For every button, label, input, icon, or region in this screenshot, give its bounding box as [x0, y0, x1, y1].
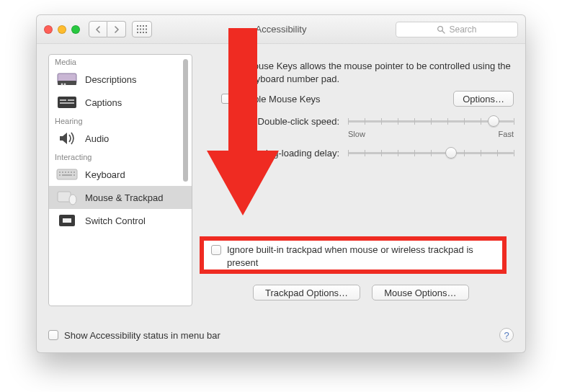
- sidebar-item-label: Switch Control: [85, 215, 146, 226]
- svg-rect-30: [62, 174, 72, 176]
- double-click-speed-slider[interactable]: [348, 114, 514, 128]
- svg-point-33: [69, 195, 76, 205]
- minimize-window-button[interactable]: [58, 25, 66, 34]
- sidebar-item-label: Captions: [85, 97, 122, 108]
- switch-control-icon: [56, 213, 78, 228]
- grid-icon: [137, 25, 147, 33]
- sidebar-scrollbar[interactable]: [180, 56, 190, 304]
- footer: Show Accessibility status in menu bar ?: [48, 328, 514, 342]
- show-status-menubar-checkbox[interactable]: [48, 330, 58, 340]
- svg-rect-8: [137, 32, 138, 33]
- svg-rect-21: [60, 102, 74, 104]
- mouse-keys-description: Mouse Keys allows the mouse pointer to b…: [246, 60, 514, 85]
- svg-rect-27: [71, 172, 72, 173]
- slider-max-label: Fast: [499, 130, 514, 138]
- sidebar: Media Descriptions Captions Hearing: [48, 54, 192, 306]
- titlebar: Accessibility Search: [37, 15, 525, 44]
- trackpad-options-button[interactable]: Trackpad Options…: [253, 285, 360, 300]
- sidebar-item-label: Keyboard: [85, 169, 125, 180]
- ignore-trackpad-checkbox[interactable]: [211, 245, 221, 255]
- svg-rect-35: [63, 218, 71, 223]
- nav-group: [89, 21, 126, 37]
- captions-icon: [56, 94, 78, 110]
- svg-rect-24: [62, 172, 63, 173]
- mouse-keys-options-button[interactable]: Options…: [453, 91, 514, 107]
- svg-point-16: [61, 84, 63, 86]
- zoom-window-button[interactable]: [71, 25, 80, 34]
- svg-rect-0: [137, 25, 138, 27]
- show-status-menubar-label: Show Accessibility status in menu bar: [64, 330, 220, 341]
- svg-rect-2: [143, 25, 144, 27]
- svg-rect-19: [60, 99, 66, 101]
- svg-line-13: [442, 31, 445, 33]
- spring-loading-delay-label: Spring-loading delay:: [238, 148, 339, 159]
- forward-button[interactable]: [107, 21, 126, 37]
- search-input[interactable]: Search: [396, 22, 518, 37]
- svg-rect-28: [73, 172, 75, 173]
- ignore-trackpad-label: Ignore built-in trackpad when mouse or w…: [227, 244, 495, 269]
- enable-mouse-keys-checkbox[interactable]: [221, 94, 231, 104]
- chevron-right-icon: [114, 26, 120, 33]
- show-all-button[interactable]: [132, 21, 152, 37]
- accessibility-preferences-window: Accessibility Search Media Descriptions: [36, 14, 526, 353]
- svg-rect-11: [146, 32, 147, 33]
- svg-rect-1: [140, 25, 141, 27]
- search-placeholder: Search: [449, 24, 476, 35]
- sidebar-item-switch-control[interactable]: Switch Control: [49, 209, 192, 232]
- descriptions-icon: [56, 71, 78, 87]
- sidebar-section-media: Media: [49, 55, 192, 68]
- chevron-left-icon: [95, 26, 101, 33]
- mouse-icon: [56, 190, 78, 205]
- sidebar-item-label: Descriptions: [85, 74, 137, 85]
- svg-rect-23: [59, 172, 61, 173]
- svg-rect-7: [146, 29, 147, 30]
- svg-point-17: [64, 84, 66, 86]
- help-button[interactable]: ?: [499, 328, 514, 342]
- back-button[interactable]: [89, 21, 107, 37]
- close-window-button[interactable]: [44, 25, 53, 34]
- svg-rect-15: [58, 81, 76, 85]
- svg-rect-29: [59, 174, 61, 176]
- svg-rect-3: [146, 25, 147, 27]
- svg-rect-9: [140, 32, 141, 33]
- svg-rect-6: [143, 29, 144, 30]
- svg-rect-25: [65, 172, 66, 173]
- svg-rect-32: [58, 192, 71, 202]
- sidebar-section-interacting: Interacting: [49, 150, 192, 163]
- slider-knob[interactable]: [445, 147, 457, 159]
- sidebar-item-captions[interactable]: Captions: [49, 91, 192, 114]
- highlighted-option: Ignore built-in trackpad when mouse or w…: [200, 236, 507, 274]
- svg-rect-20: [68, 99, 74, 101]
- sidebar-item-descriptions[interactable]: Descriptions: [49, 68, 192, 91]
- search-icon: [437, 25, 445, 34]
- keyboard-icon: [56, 166, 78, 182]
- svg-rect-31: [73, 174, 75, 176]
- mouse-options-button[interactable]: Mouse Options…: [372, 285, 468, 300]
- double-click-speed-label: Double-click speed:: [238, 116, 339, 127]
- svg-point-12: [438, 26, 443, 31]
- sidebar-item-label: Audio: [85, 133, 109, 144]
- svg-rect-26: [68, 172, 69, 173]
- window-controls: [44, 25, 80, 34]
- scrollbar-thumb[interactable]: [183, 59, 188, 182]
- spring-loading-delay-slider[interactable]: [348, 146, 514, 160]
- enable-mouse-keys-label: Enable Mouse Keys: [237, 94, 321, 104]
- slider-knob[interactable]: [488, 115, 499, 127]
- slider-min-label: Slow: [348, 130, 365, 138]
- sidebar-item-audio[interactable]: Audio: [49, 127, 192, 150]
- svg-rect-10: [143, 32, 144, 33]
- svg-rect-5: [140, 29, 141, 30]
- window-body: Media Descriptions Captions Hearing: [37, 44, 525, 352]
- sidebar-item-label: Mouse & Trackpad: [85, 192, 163, 203]
- help-icon: ?: [504, 330, 509, 341]
- audio-icon: [56, 130, 78, 146]
- sidebar-section-hearing: Hearing: [49, 114, 192, 127]
- sidebar-item-keyboard[interactable]: Keyboard: [49, 163, 192, 186]
- svg-rect-4: [137, 29, 138, 30]
- sidebar-item-mouse-trackpad[interactable]: Mouse & Trackpad: [49, 186, 192, 209]
